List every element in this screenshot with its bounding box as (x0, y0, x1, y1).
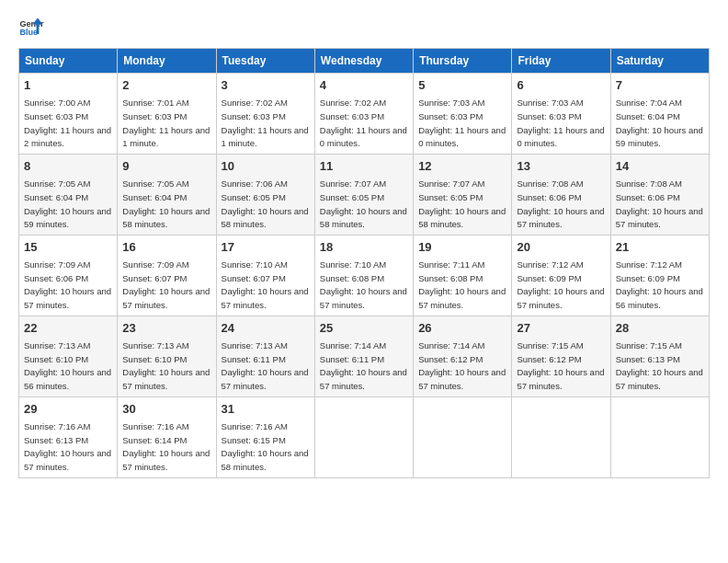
calendar-cell: 15 Sunrise: 7:09 AMSunset: 6:06 PMDaylig… (19, 235, 118, 316)
day-number: 10 (222, 158, 310, 175)
day-info: Sunrise: 7:10 AMSunset: 6:08 PMDaylight:… (320, 259, 407, 310)
calendar-cell: 16 Sunrise: 7:09 AMSunset: 6:07 PMDaylig… (118, 235, 216, 316)
calendar-cell: 31 Sunrise: 7:16 AMSunset: 6:15 PMDaylig… (216, 396, 314, 477)
header-row: SundayMondayTuesdayWednesdayThursdayFrid… (19, 49, 710, 74)
day-number: 7 (616, 77, 704, 94)
day-number: 22 (24, 320, 112, 337)
calendar-cell: 5 Sunrise: 7:03 AMSunset: 6:03 PMDayligh… (414, 74, 512, 155)
calendar-cell: 17 Sunrise: 7:10 AMSunset: 6:07 PMDaylig… (216, 235, 314, 316)
calendar-cell: 4 Sunrise: 7:02 AMSunset: 6:03 PMDayligh… (314, 74, 413, 155)
day-number: 18 (320, 239, 408, 256)
day-info: Sunrise: 7:08 AMSunset: 6:06 PMDaylight:… (517, 178, 604, 229)
logo: General Blue (18, 15, 44, 40)
calendar-cell (314, 396, 413, 477)
week-row-3: 15 Sunrise: 7:09 AMSunset: 6:06 PMDaylig… (19, 235, 710, 316)
day-number: 13 (517, 158, 605, 175)
day-info: Sunrise: 7:13 AMSunset: 6:10 PMDaylight:… (24, 340, 111, 391)
day-number: 5 (418, 77, 506, 94)
day-info: Sunrise: 7:05 AMSunset: 6:04 PMDaylight:… (24, 178, 111, 229)
header-day-friday: Friday (512, 49, 610, 74)
day-info: Sunrise: 7:08 AMSunset: 6:06 PMDaylight:… (616, 178, 703, 229)
day-info: Sunrise: 7:09 AMSunset: 6:06 PMDaylight:… (24, 259, 111, 310)
header-day-sunday: Sunday (19, 49, 118, 74)
day-number: 3 (222, 77, 310, 94)
week-row-5: 29 Sunrise: 7:16 AMSunset: 6:13 PMDaylig… (19, 396, 710, 477)
calendar-table: SundayMondayTuesdayWednesdayThursdayFrid… (18, 48, 710, 478)
calendar-cell: 21 Sunrise: 7:12 AMSunset: 6:09 PMDaylig… (610, 235, 709, 316)
header-day-monday: Monday (118, 49, 216, 74)
logo-icon: General Blue (18, 15, 44, 40)
day-number: 25 (320, 320, 408, 337)
calendar-cell: 25 Sunrise: 7:14 AMSunset: 6:11 PMDaylig… (314, 316, 413, 396)
day-number: 29 (24, 401, 112, 418)
day-info: Sunrise: 7:02 AMSunset: 6:03 PMDaylight:… (320, 98, 407, 148)
day-number: 20 (517, 239, 605, 256)
week-row-2: 8 Sunrise: 7:05 AMSunset: 6:04 PMDayligh… (19, 154, 710, 235)
day-info: Sunrise: 7:14 AMSunset: 6:11 PMDaylight:… (320, 340, 407, 391)
calendar-cell: 27 Sunrise: 7:15 AMSunset: 6:12 PMDaylig… (512, 316, 610, 396)
day-number: 8 (24, 158, 112, 175)
calendar-cell: 26 Sunrise: 7:14 AMSunset: 6:12 PMDaylig… (414, 316, 512, 396)
day-info: Sunrise: 7:16 AMSunset: 6:13 PMDaylight:… (24, 421, 111, 472)
day-number: 15 (24, 239, 112, 256)
day-info: Sunrise: 7:00 AMSunset: 6:03 PMDaylight:… (24, 98, 111, 148)
day-info: Sunrise: 7:07 AMSunset: 6:05 PMDaylight:… (320, 178, 407, 229)
calendar-cell: 11 Sunrise: 7:07 AMSunset: 6:05 PMDaylig… (314, 154, 413, 235)
day-number: 12 (418, 158, 506, 175)
day-number: 16 (122, 239, 210, 256)
calendar-cell: 7 Sunrise: 7:04 AMSunset: 6:04 PMDayligh… (610, 74, 709, 155)
calendar-cell: 28 Sunrise: 7:15 AMSunset: 6:13 PMDaylig… (610, 316, 709, 396)
calendar-body: 1 Sunrise: 7:00 AMSunset: 6:03 PMDayligh… (19, 74, 710, 478)
calendar-cell: 19 Sunrise: 7:11 AMSunset: 6:08 PMDaylig… (414, 235, 512, 316)
day-info: Sunrise: 7:03 AMSunset: 6:03 PMDaylight:… (418, 98, 506, 148)
day-number: 1 (24, 77, 112, 94)
calendar-header: SundayMondayTuesdayWednesdayThursdayFrid… (19, 49, 710, 74)
day-number: 27 (517, 320, 605, 337)
day-number: 2 (122, 77, 210, 94)
week-row-1: 1 Sunrise: 7:00 AMSunset: 6:03 PMDayligh… (19, 74, 710, 155)
day-number: 14 (616, 158, 704, 175)
day-number: 26 (418, 320, 506, 337)
day-number: 4 (320, 77, 408, 94)
calendar-cell: 22 Sunrise: 7:13 AMSunset: 6:10 PMDaylig… (19, 316, 118, 396)
calendar-cell: 8 Sunrise: 7:05 AMSunset: 6:04 PMDayligh… (19, 154, 118, 235)
day-info: Sunrise: 7:06 AMSunset: 6:05 PMDaylight:… (222, 178, 309, 229)
day-number: 24 (222, 320, 310, 337)
calendar-cell: 6 Sunrise: 7:03 AMSunset: 6:03 PMDayligh… (512, 74, 610, 155)
day-info: Sunrise: 7:03 AMSunset: 6:03 PMDaylight:… (517, 98, 604, 148)
calendar-cell (610, 396, 709, 477)
day-number: 21 (616, 239, 704, 256)
calendar-cell: 10 Sunrise: 7:06 AMSunset: 6:05 PMDaylig… (216, 154, 314, 235)
day-number: 11 (320, 158, 408, 175)
day-info: Sunrise: 7:15 AMSunset: 6:12 PMDaylight:… (517, 340, 604, 391)
day-info: Sunrise: 7:07 AMSunset: 6:05 PMDaylight:… (418, 178, 506, 229)
day-number: 28 (616, 320, 704, 337)
day-number: 19 (418, 239, 506, 256)
calendar-cell (414, 396, 512, 477)
calendar-cell: 3 Sunrise: 7:02 AMSunset: 6:03 PMDayligh… (216, 74, 314, 155)
header-day-tuesday: Tuesday (216, 49, 314, 74)
day-number: 30 (122, 401, 210, 418)
week-row-4: 22 Sunrise: 7:13 AMSunset: 6:10 PMDaylig… (19, 316, 710, 396)
day-info: Sunrise: 7:13 AMSunset: 6:10 PMDaylight:… (122, 340, 210, 391)
day-info: Sunrise: 7:15 AMSunset: 6:13 PMDaylight:… (616, 340, 703, 391)
calendar-cell: 20 Sunrise: 7:12 AMSunset: 6:09 PMDaylig… (512, 235, 610, 316)
day-info: Sunrise: 7:13 AMSunset: 6:11 PMDaylight:… (222, 340, 309, 391)
calendar-cell: 13 Sunrise: 7:08 AMSunset: 6:06 PMDaylig… (512, 154, 610, 235)
header-day-wednesday: Wednesday (314, 49, 413, 74)
calendar-cell: 14 Sunrise: 7:08 AMSunset: 6:06 PMDaylig… (610, 154, 709, 235)
day-info: Sunrise: 7:16 AMSunset: 6:15 PMDaylight:… (222, 421, 309, 472)
calendar-cell: 2 Sunrise: 7:01 AMSunset: 6:03 PMDayligh… (118, 74, 216, 155)
svg-text:Blue: Blue (19, 28, 38, 37)
day-info: Sunrise: 7:02 AMSunset: 6:03 PMDaylight:… (222, 98, 309, 148)
day-number: 6 (517, 77, 605, 94)
day-info: Sunrise: 7:16 AMSunset: 6:14 PMDaylight:… (122, 421, 210, 472)
day-number: 9 (122, 158, 210, 175)
day-info: Sunrise: 7:12 AMSunset: 6:09 PMDaylight:… (517, 259, 604, 310)
day-info: Sunrise: 7:05 AMSunset: 6:04 PMDaylight:… (122, 178, 210, 229)
calendar-cell: 18 Sunrise: 7:10 AMSunset: 6:08 PMDaylig… (314, 235, 413, 316)
header-day-saturday: Saturday (610, 49, 709, 74)
header-day-thursday: Thursday (414, 49, 512, 74)
header: General Blue (18, 15, 710, 40)
day-info: Sunrise: 7:12 AMSunset: 6:09 PMDaylight:… (616, 259, 703, 310)
